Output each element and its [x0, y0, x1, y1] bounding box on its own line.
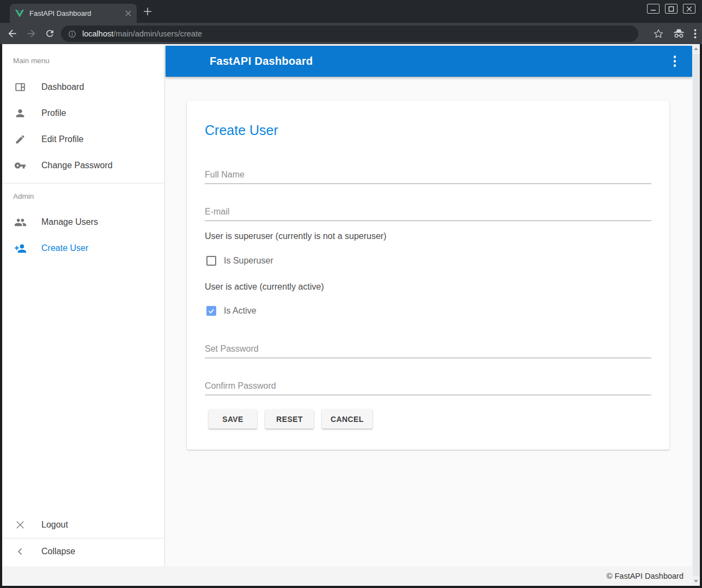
reset-button[interactable]: RESET [265, 409, 314, 428]
create-user-card: Create User User is superuser (currently… [187, 101, 669, 450]
set-password-input[interactable] [205, 340, 651, 358]
sidebar: Main menu Dashboard Profile Edit Profile… [2, 44, 165, 566]
url-host: localhost [82, 29, 113, 38]
sidebar-item-edit-profile[interactable]: Edit Profile [2, 126, 164, 152]
sidebar-item-manage-users[interactable]: Manage Users [2, 209, 164, 235]
vue-favicon-icon [15, 10, 24, 17]
superuser-hint: User is superuser (currently is not a su… [205, 231, 386, 241]
maximize-button[interactable] [665, 4, 677, 14]
forward-button[interactable] [26, 28, 37, 39]
is-active-checkbox-row[interactable]: Is Active [206, 306, 257, 316]
minimize-button[interactable] [647, 4, 660, 14]
page-scrollbar[interactable] [692, 44, 700, 586]
page-title: Create User [205, 122, 278, 138]
page: Main menu Dashboard Profile Edit Profile… [2, 44, 700, 586]
address-bar[interactable]: localhost/main/admin/users/create [61, 26, 638, 42]
edit-icon [14, 133, 27, 146]
back-button[interactable] [7, 28, 18, 39]
sidebar-item-profile[interactable]: Profile [2, 100, 164, 126]
active-hint: User is active (currently active) [205, 282, 324, 292]
sidebar-item-create-user[interactable]: Create User [2, 235, 164, 261]
scrollbar-down-arrow[interactable] [694, 580, 698, 583]
save-button[interactable]: SAVE [209, 409, 257, 428]
sidebar-item-logout[interactable]: Logout [2, 512, 164, 538]
sidebar-item-collapse[interactable]: Collapse [2, 538, 164, 565]
confirm-password-input[interactable] [205, 377, 651, 395]
sidebar-divider [2, 183, 164, 183]
appbar: FastAPI Dashboard [166, 46, 692, 77]
page-info-icon[interactable] [68, 29, 77, 39]
person-icon [14, 107, 27, 120]
sidebar-item-dashboard[interactable]: Dashboard [2, 74, 164, 100]
is-superuser-checkbox[interactable] [206, 256, 216, 266]
person-add-icon [14, 242, 27, 255]
browser-menu-kebab-icon[interactable] [694, 29, 697, 39]
close-icon [14, 518, 27, 531]
scrollbar-up-arrow[interactable] [694, 47, 698, 50]
scrollbar-thumb[interactable] [693, 54, 699, 576]
bookmark-star-icon[interactable] [653, 28, 664, 39]
dashboard-icon [14, 81, 27, 94]
sidebar-item-change-password[interactable]: Change Password [2, 152, 164, 179]
cancel-button[interactable]: CANCEL [322, 409, 373, 428]
browser-titlebar: FastAPI Dashboard [0, 0, 702, 23]
sidebar-section-main-menu: Main menu [13, 57, 154, 65]
tab-title: FastAPI Dashboard [29, 9, 125, 17]
appbar-kebab-menu-icon[interactable] [674, 56, 676, 67]
full-name-input[interactable] [205, 166, 651, 184]
set-password-field-wrap [205, 340, 651, 358]
key-icon [14, 159, 27, 172]
hamburger-menu-icon[interactable] [184, 57, 194, 65]
email-input[interactable] [205, 203, 651, 221]
chevron-left-icon [14, 545, 27, 558]
group-icon [14, 216, 27, 229]
tab-close-icon[interactable] [125, 10, 131, 16]
confirm-password-field-wrap [205, 377, 651, 395]
full-name-field-wrap [205, 166, 651, 184]
url-path: /main/admin/users/create [113, 29, 202, 38]
close-window-button[interactable] [683, 4, 695, 14]
window-controls [647, 4, 695, 14]
browser-tab[interactable]: FastAPI Dashboard [10, 4, 137, 23]
appbar-title: FastAPI Dashboard [210, 55, 313, 68]
new-tab-button[interactable] [143, 7, 152, 16]
form-buttons: SAVE RESET CANCEL [209, 409, 373, 428]
is-active-checkbox[interactable] [206, 306, 216, 316]
reload-button[interactable] [45, 28, 55, 39]
copyright-text: © FastAPI Dashboard [607, 572, 683, 580]
is-superuser-checkbox-row[interactable]: Is Superuser [206, 256, 273, 266]
incognito-icon [673, 28, 685, 39]
footer: © FastAPI Dashboard [2, 566, 700, 586]
email-field-wrap [205, 203, 651, 221]
sidebar-section-admin: Admin [13, 192, 154, 200]
